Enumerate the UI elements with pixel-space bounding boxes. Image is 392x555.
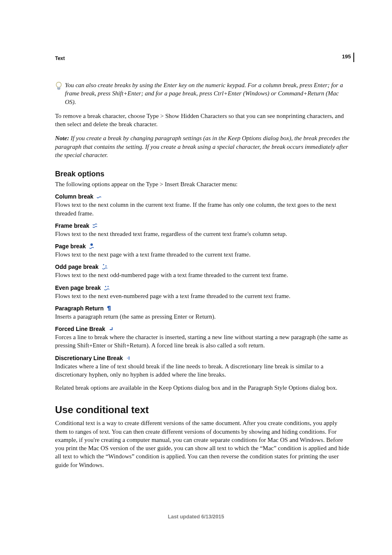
break-options-intro: The following options appear on the Type… — [55, 180, 351, 188]
term-forced-line-break: Forced Line Break — [55, 326, 351, 332]
term-even-page-break: Even page break — [55, 284, 351, 291]
note-body: If you create a break by changing paragr… — [55, 135, 349, 158]
related-paragraph: Related break options are available in t… — [55, 384, 351, 392]
svg-point-3 — [90, 243, 93, 246]
term-page-break: Page break — [55, 243, 351, 250]
page-number: 195 — [342, 53, 354, 62]
odd-page-break-icon — [102, 264, 108, 270]
discretionary-line-break-icon — [126, 356, 131, 361]
svg-point-7 — [108, 286, 109, 287]
forced-line-break-icon — [108, 326, 113, 331]
term-paragraph-return-label: Paragraph Return — [55, 305, 104, 312]
lightbulb-icon — [55, 81, 62, 93]
break-options-heading: Break options — [55, 170, 351, 178]
term-paragraph-return: Paragraph Return — [55, 305, 351, 312]
term-forced-line-break-label: Forced Line Break — [55, 326, 105, 332]
even-page-break-icon — [104, 284, 110, 291]
svg-point-0 — [56, 82, 61, 87]
term-frame-break: Frame break — [55, 222, 351, 229]
note-paragraph: Note: If you create a break by changing … — [55, 134, 351, 159]
term-odd-page-break: Odd page break — [55, 264, 351, 270]
body-odd-page-break: Flows text to the next odd-numbered page… — [55, 271, 351, 279]
tip-text: You can also create breaks by using the … — [65, 81, 351, 106]
body-frame-break: Flows text to the next threaded text fra… — [55, 230, 351, 238]
svg-point-8 — [127, 358, 128, 358]
term-page-break-label: Page break — [55, 243, 86, 250]
tip-block: You can also create breaks by using the … — [55, 81, 351, 106]
section-label: Text — [55, 56, 351, 61]
pilcrow-icon — [107, 305, 111, 311]
body-even-page-break: Flows text to the next even-numbered pag… — [55, 292, 351, 300]
page: 195 Text You can also create breaks by u… — [0, 0, 392, 555]
svg-point-5 — [105, 266, 106, 267]
svg-point-4 — [103, 264, 104, 266]
conditional-text-body: Conditional text is a way to create diff… — [55, 419, 351, 469]
body-page-break: Flows text to the next page with a text … — [55, 250, 351, 259]
body-paragraph-return: Inserts a paragraph return (the same as … — [55, 312, 351, 321]
term-discretionary-line-break-label: Discretionary Line Break — [55, 355, 123, 361]
body-forced-line-break: Forces a line to break where the charact… — [55, 333, 351, 350]
column-break-icon — [97, 194, 101, 199]
term-column-break-label: Column break — [55, 193, 93, 200]
body-discretionary-line-break: Indicates where a line of text should br… — [55, 362, 351, 379]
body-column-break: Flows text to the next column in the cur… — [55, 201, 351, 217]
frame-break-icon — [92, 223, 97, 229]
remove-break-paragraph: To remove a break character, choose Type… — [55, 112, 351, 129]
note-label: Note: — [55, 135, 69, 141]
term-even-page-break-label: Even page break — [55, 284, 101, 291]
svg-point-6 — [105, 286, 106, 287]
term-column-break: Column break — [55, 193, 351, 200]
term-odd-page-break-label: Odd page break — [55, 264, 99, 270]
term-frame-break-label: Frame break — [55, 222, 89, 229]
footer-last-updated: Last updated 6/13/2015 — [0, 514, 392, 520]
term-discretionary-line-break: Discretionary Line Break — [55, 355, 351, 361]
conditional-text-heading: Use conditional text — [55, 404, 351, 416]
page-break-icon — [89, 243, 94, 250]
